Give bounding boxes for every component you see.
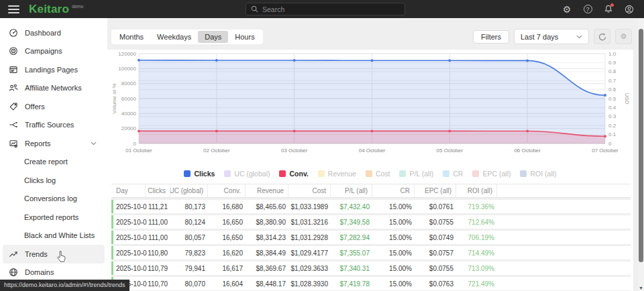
column-header-p-l-all[interactable]: P/L (all) — [330, 184, 372, 197]
sidebar-item-create-report[interactable]: Create report — [0, 153, 107, 172]
column-header-revenue[interactable]: Revenue — [245, 184, 288, 197]
tab-days[interactable]: Days — [198, 31, 228, 43]
table-cell: $8,465.60 — [247, 200, 290, 213]
legend-swatch — [279, 170, 286, 177]
sidebar-item-label: Landings Pages — [25, 66, 78, 74]
sidebar-item-landings-pages[interactable]: Landings Pages — [0, 60, 107, 79]
table-cell: $1,033.1989 — [290, 200, 332, 213]
sidebar-item-dashboard[interactable]: Dashboard — [0, 23, 107, 42]
table-cell: 2025-10-04 — [113, 246, 147, 259]
table-cell: $8,384.49 — [247, 246, 290, 259]
keitaro-logo[interactable]: Keitaro — [29, 3, 69, 16]
svg-text:1.0: 1.0 — [608, 51, 616, 57]
table-cell: 80,173 — [172, 200, 209, 213]
sidebar-item-traffic-sources[interactable]: Traffic Sources — [0, 116, 107, 135]
page-scrollbar[interactable]: ▼ — [638, 18, 644, 291]
notifications-bell-icon[interactable] — [603, 4, 614, 15]
legend-swatch — [399, 170, 406, 177]
legend-item-roi-all[interactable]: ROI (all) — [520, 170, 556, 178]
table-cell: 713.09% — [458, 261, 498, 275]
sidebar-item-offers[interactable]: Offers — [0, 97, 107, 116]
table-cell: $8,314.23 — [247, 231, 290, 244]
table-cell-filler — [498, 277, 631, 290]
date-range-select[interactable]: Last 7 days — [514, 29, 589, 44]
table-cell-filler — [498, 231, 631, 244]
traffic-sources-icon — [9, 120, 18, 129]
column-header-conv[interactable]: Conv. — [207, 184, 245, 197]
search-input[interactable] — [262, 5, 400, 13]
table-cell: 16,620 — [209, 246, 247, 259]
table-cell: 706.19% — [458, 231, 498, 244]
sidebar-item-domains[interactable]: Domains — [0, 264, 107, 282]
legend-label: Conv. — [289, 170, 308, 178]
column-header-day[interactable]: Day — [111, 184, 145, 197]
sidebar-item-trends[interactable]: Trends — [3, 245, 105, 264]
table-cell: 2025-10-01 — [113, 200, 147, 213]
chart-settings-button[interactable]: ⚙ — [615, 29, 632, 44]
svg-text:60000: 60000 — [121, 96, 137, 102]
table-cell: 2025-10-02 — [113, 215, 147, 229]
menu-icon[interactable] — [8, 3, 19, 15]
dashboard-icon — [9, 28, 18, 38]
svg-text:USD: USD — [624, 93, 630, 105]
sidebar-item-label: Campaigns — [25, 47, 62, 55]
refresh-icon — [598, 33, 606, 41]
legend-item-conv[interactable]: Conv. — [279, 170, 308, 178]
legend-item-cost[interactable]: Cost — [366, 170, 390, 178]
table-cell: $1,031.2928 — [290, 231, 332, 244]
column-header-epc-all[interactable]: EPC (all) — [414, 184, 455, 197]
tab-hours[interactable]: Hours — [228, 31, 261, 43]
svg-text:80000: 80000 — [121, 80, 137, 86]
table-cell: 15.00% — [374, 200, 416, 213]
column-header-uc-global[interactable]: UC (global) — [170, 184, 207, 197]
table-cell: 15.00% — [374, 277, 416, 290]
table-cell: 2025-10-05 — [113, 261, 147, 275]
column-header-cr[interactable]: CR — [372, 184, 414, 197]
profile-icon[interactable] — [624, 4, 635, 15]
sidebar-item-campaigns[interactable]: Campaigns — [0, 42, 107, 61]
legend-item-uc-global[interactable]: UC (global) — [224, 170, 270, 178]
sidebar-item-exported-reports[interactable]: Exported reports — [0, 208, 107, 227]
column-header-cost[interactable]: Cost — [288, 184, 330, 197]
table-cell: 80,124 — [172, 215, 209, 229]
table-cell: 16,617 — [209, 261, 247, 275]
legend-swatch — [472, 170, 479, 177]
table-cell: 110,79 — [147, 261, 172, 275]
table-cell: $7,419.78 — [332, 277, 374, 290]
table-cell-filler — [498, 246, 631, 259]
sidebar-item-black-white-lists[interactable]: Black and White Lists — [0, 227, 107, 245]
svg-text:02 October: 02 October — [203, 148, 230, 154]
sidebar-item-reports[interactable]: Reports — [0, 134, 107, 153]
notification-dot — [610, 3, 614, 7]
svg-text:Volume or %: Volume or % — [111, 83, 117, 113]
table-cell: 79,941 — [172, 261, 209, 275]
sidebar-item-conversions-log[interactable]: Conversions log — [0, 190, 107, 209]
tab-weekdays[interactable]: Weekdays — [150, 31, 198, 43]
svg-text:0: 0 — [608, 141, 612, 147]
sidebar-item-clicks-log[interactable]: Clicks log — [0, 171, 107, 190]
legend-item-revenue[interactable]: Revenue — [318, 170, 356, 178]
scrollbar-thumb[interactable] — [639, 29, 643, 262]
svg-text:0.3: 0.3 — [608, 113, 616, 119]
table-cell: 111,00 — [147, 231, 172, 244]
table-cell: $8,448.17 — [247, 277, 290, 290]
column-header-clicks[interactable]: Clicks — [145, 184, 170, 197]
global-search[interactable] — [246, 3, 405, 15]
legend-item-clicks[interactable]: Clicks — [184, 170, 215, 178]
legend-item-p-l-all[interactable]: P/L (all) — [399, 170, 433, 178]
refresh-button[interactable] — [594, 29, 610, 44]
help-icon[interactable]: ? — [582, 4, 593, 15]
legend-swatch — [224, 170, 231, 177]
trends-icon — [9, 249, 18, 259]
legend-item-cr[interactable]: CR — [443, 170, 463, 178]
legend-item-epc-all[interactable]: EPC (all) — [472, 170, 511, 178]
table-cell: $7,432.40 — [332, 200, 374, 213]
column-header-roi-all[interactable]: ROI (all) — [455, 184, 496, 197]
filters-button[interactable]: Filters — [473, 30, 509, 44]
scrollbar-down-arrow[interactable]: ▼ — [638, 286, 644, 290]
svg-text:0.4: 0.4 — [608, 105, 616, 111]
sidebar-item-affiliate-networks[interactable]: Affiliate Networks — [0, 79, 107, 98]
settings-gear-icon[interactable]: ⚙ — [561, 4, 572, 15]
table-cell: 110,70 — [147, 277, 172, 290]
tab-months[interactable]: Months — [113, 31, 150, 43]
